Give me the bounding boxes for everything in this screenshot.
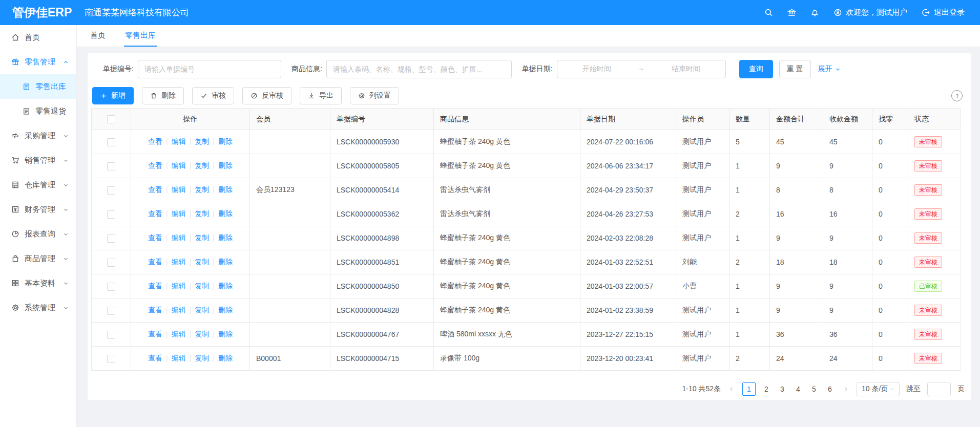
edit-link[interactable]: 编辑 (172, 258, 186, 266)
copy-link[interactable]: 复制 (195, 185, 209, 194)
row-checkbox[interactable] (107, 234, 115, 243)
row-checkbox[interactable] (107, 283, 115, 291)
sidebar-item-retail-outbound[interactable]: 零售出库 (0, 74, 76, 99)
copy-link[interactable]: 复制 (195, 354, 209, 362)
search-button[interactable]: 查询 (739, 60, 773, 78)
delete-link[interactable]: 删除 (218, 306, 233, 314)
cell-status: 未审核 (908, 323, 961, 347)
edit-link[interactable]: 编辑 (172, 185, 186, 194)
view-link[interactable]: 查看 (148, 330, 162, 338)
search-icon[interactable] (764, 8, 773, 17)
delete-link[interactable]: 删除 (218, 330, 233, 338)
sidebar-item-home[interactable]: 首页 (0, 25, 76, 50)
sidebar-item-basic-data[interactable]: 基本资料 (0, 271, 76, 295)
row-checkbox[interactable] (107, 259, 115, 267)
view-link[interactable]: 查看 (148, 282, 162, 290)
cell-change: 0 (872, 154, 908, 178)
view-link[interactable]: 查看 (148, 185, 162, 194)
delete-link[interactable]: 删除 (218, 354, 233, 362)
row-checkbox[interactable] (107, 355, 115, 363)
sidebar-item-finance-management[interactable]: 财务管理 (0, 197, 76, 222)
sidebar-item-retail-management[interactable]: 零售管理 (0, 50, 76, 74)
logout-button[interactable]: 退出登录 (922, 8, 965, 17)
cell-checkbox (92, 130, 131, 154)
row-checkbox[interactable] (107, 307, 115, 315)
page-number[interactable]: 3 (777, 385, 787, 393)
delete-link[interactable]: 删除 (218, 185, 233, 194)
edit-link[interactable]: 编辑 (172, 161, 186, 169)
page-number[interactable]: 5 (809, 385, 819, 393)
copy-link[interactable]: 复制 (195, 137, 209, 145)
tab-home[interactable]: 首页 (89, 25, 107, 47)
view-link[interactable]: 查看 (148, 306, 162, 314)
add-button[interactable]: 新增 (92, 87, 134, 104)
bell-icon[interactable] (810, 8, 819, 17)
delete-link[interactable]: 删除 (218, 161, 233, 169)
delete-link[interactable]: 删除 (218, 209, 233, 218)
view-link[interactable]: 查看 (148, 354, 162, 362)
cell-operator: 测试用户 (676, 154, 729, 178)
edit-link[interactable]: 编辑 (172, 282, 186, 290)
edit-link[interactable]: 编辑 (172, 209, 186, 218)
edit-link[interactable]: 编辑 (172, 306, 186, 314)
reset-button[interactable]: 重 置 (779, 60, 811, 78)
copy-link[interactable]: 复制 (195, 330, 209, 338)
help-icon[interactable] (951, 90, 963, 101)
prev-page-icon[interactable] (727, 386, 736, 392)
top-header: 管伊佳ERP 南通某某网络科技有限公司 欢迎您，测试用户 退出登录 (0, 0, 980, 25)
delete-link[interactable]: 删除 (218, 137, 233, 145)
view-link[interactable]: 查看 (148, 161, 162, 169)
copy-link[interactable]: 复制 (195, 209, 209, 218)
delete-button[interactable]: 删除 (142, 87, 184, 104)
copy-link[interactable]: 复制 (195, 258, 209, 266)
date-range-picker[interactable]: 开始时间 ~ 结束时间 (557, 60, 726, 78)
row-checkbox[interactable] (107, 331, 115, 339)
sidebar-item-product-management[interactable]: 商品管理 (0, 246, 76, 271)
unaudit-button[interactable]: 反审核 (242, 87, 291, 104)
copy-link[interactable]: 复制 (195, 282, 209, 290)
row-checkbox[interactable] (107, 162, 115, 170)
edit-link[interactable]: 编辑 (172, 354, 186, 362)
tab-retail-outbound[interactable]: 零售出库 (124, 25, 157, 47)
delete-link[interactable]: 删除 (218, 233, 233, 242)
view-link[interactable]: 查看 (148, 209, 162, 218)
welcome-user[interactable]: 欢迎您，测试用户 (833, 8, 907, 17)
product-info-input[interactable] (326, 60, 512, 78)
page-size-select[interactable]: 10 条/页 (857, 382, 900, 396)
expand-toggle[interactable]: 展开 (818, 65, 841, 74)
sidebar-item-retail-returns[interactable]: 零售退货 (0, 99, 76, 123)
view-link[interactable]: 查看 (148, 137, 162, 145)
copy-link[interactable]: 复制 (195, 161, 209, 169)
row-checkbox[interactable] (107, 186, 115, 195)
bill-icon (23, 83, 30, 91)
edit-link[interactable]: 编辑 (172, 137, 186, 145)
row-checkbox[interactable] (107, 138, 115, 146)
delete-link[interactable]: 删除 (218, 282, 233, 290)
next-page-icon[interactable] (842, 386, 850, 392)
bank-icon[interactable] (787, 8, 796, 17)
page-number[interactable]: 4 (793, 385, 803, 393)
page-number[interactable]: 6 (825, 385, 835, 393)
bill-no-input[interactable] (138, 60, 281, 78)
page-number[interactable]: 2 (761, 385, 772, 393)
view-link[interactable]: 查看 (148, 233, 162, 242)
cell-received: 16 (823, 202, 872, 226)
audit-button[interactable]: 审核 (192, 87, 234, 104)
copy-link[interactable]: 复制 (195, 306, 209, 314)
export-button[interactable]: 导出 (300, 87, 342, 104)
copy-link[interactable]: 复制 (195, 233, 209, 242)
sidebar-item-purchase-management[interactable]: 采购管理 (0, 123, 76, 148)
select-all-checkbox[interactable] (107, 115, 115, 123)
edit-link[interactable]: 编辑 (172, 330, 186, 338)
page-number[interactable]: 1 (742, 382, 756, 396)
view-link[interactable]: 查看 (148, 258, 162, 266)
jump-page-input[interactable] (927, 382, 951, 396)
sidebar-item-sales-management[interactable]: 销售管理 (0, 148, 76, 173)
row-checkbox[interactable] (107, 210, 115, 219)
delete-link[interactable]: 删除 (218, 258, 233, 266)
sidebar-item-system-management[interactable]: 系统管理 (0, 295, 76, 320)
column-settings-button[interactable]: 列设置 (350, 87, 399, 104)
edit-link[interactable]: 编辑 (172, 233, 186, 242)
sidebar-item-warehouse-management[interactable]: 仓库管理 (0, 173, 76, 197)
sidebar-item-report-query[interactable]: 报表查询 (0, 222, 76, 246)
